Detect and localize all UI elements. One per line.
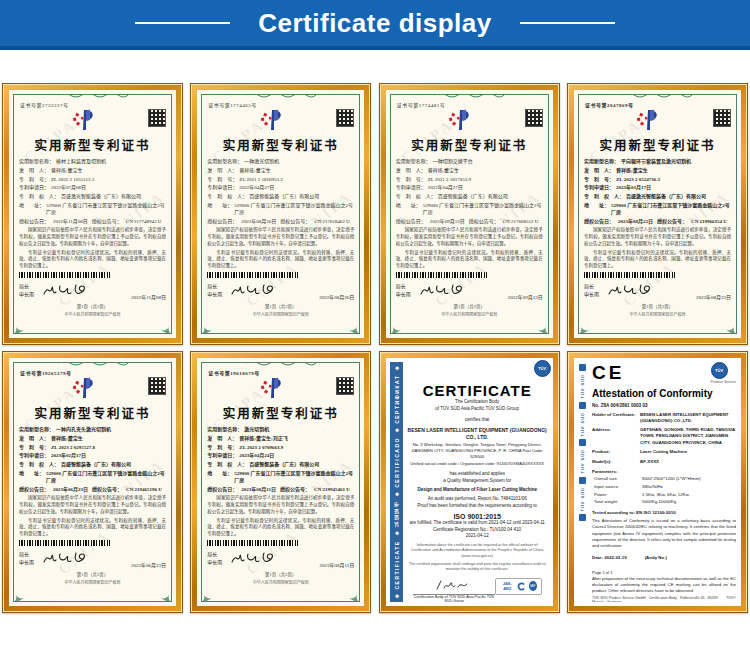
grant-no: CN 217748943 U (126, 218, 162, 226)
patent-certificate-card[interactable]: CNIPA CNIPA CNIPA 证书号第1774465号 (190, 83, 371, 345)
patent-inner-border: CNIPA CNIPA CNIPA 证书号第2733227号 (13, 94, 172, 334)
patent-field: 地 址：529000 广东省江门市蓬江区棠下镇沙富路金瓯山之2号厂房 (207, 470, 354, 485)
patent-field-label: 地 址： (207, 202, 232, 217)
tuv-band-square (579, 514, 586, 521)
commissioner-signature-icon (40, 280, 92, 300)
patent-field-label: 发 明 人： (19, 435, 49, 442)
grant-no: CN 217618462 U (314, 218, 350, 226)
commissioner-signature-icon (40, 548, 92, 568)
company-address: No. 3 Workshop, Getshan, Gonghe, Tangxia… (407, 442, 548, 460)
patent-field: 实用新型名称：棒材上料装置及切割机 (19, 158, 166, 165)
ce-field-value: BF-XXXX (640, 459, 736, 465)
signature-date: 2023年06月23日 (131, 561, 166, 568)
patent-field: 专利申请日：2023年02月17日 (19, 452, 166, 459)
ce-mark-icon: CE (592, 362, 624, 384)
corner-flourish-icon (390, 321, 403, 334)
ce-parameter-value: 8000*2500*1200 (L*W*H/mm) (642, 476, 736, 482)
patent-field-label: 专 利 号： (207, 444, 237, 451)
corner-flourish-icon (13, 321, 26, 334)
qms-line: a Quality Management System for (407, 478, 548, 485)
patent-field: 发 明 人：曾祥练;董宝生 (584, 167, 731, 174)
patent-field-label: 专 利 权 人： (396, 193, 436, 200)
issuer-note: 中华人民共和国国家知识产权局 (584, 311, 731, 317)
patent-field: 实用新型名称：一种内孔夹头激光切割机 (19, 426, 166, 433)
ce-parameter: Input source380v/50Hz (592, 484, 736, 490)
corner-flourish-icon (201, 321, 214, 334)
page-note: 第1页（共2页） (207, 303, 354, 309)
ce-field-label: Address: (592, 427, 640, 445)
certificate-paper: CNIPA CNIPA CNIPA 证书号第1774465号 (197, 90, 364, 338)
patent-field-label: 专利申请日： (396, 184, 426, 191)
ce-field-label: Model(s): (592, 459, 640, 465)
ce-field-label: Holder of Certificate: (592, 412, 640, 424)
patent-field: 地 址：529000 广东省江门市蓬江区棠下镇沙富路金瓯山之2号厂房 (19, 202, 166, 217)
legal-paragraph: 国家知识产权局依照中华人民共和国专利法进行初步审查，决定授予专利权，颁发实用新型… (19, 495, 166, 515)
certificate-paper: ZERTIFIKAT ◆ CERTIFICATE ◆ 认证证书 ◆ CERTIF… (386, 358, 553, 606)
patent-field-value: 百盛激光智能装备（广东）有限公司 (626, 193, 731, 200)
grant-no-label: 授权公告号： (92, 486, 122, 494)
patent-field: 专 利 权 人：百盛激光智能装备（广东）有限公司 (584, 193, 731, 200)
signature-caption: Certification Body of TÜV SÜD Asia Pacif… (413, 594, 496, 602)
grant-no-label: 授权公告号： (280, 218, 310, 226)
date-note: (Andy No.) (645, 555, 667, 560)
patent-title: 实用新型专利证书 (207, 135, 354, 154)
patent-field-label: 实用新型名称： (207, 158, 242, 165)
issuer-note: 中华人民共和国国家知识产权局 (19, 311, 166, 317)
grant-line: 授权公告日：2023年06月23日 授权公告号：CN 219465196 U (19, 486, 166, 494)
tuv-sub-label: Product Service (711, 380, 736, 384)
patent-title: 实用新型专利证书 (396, 135, 543, 154)
vine-ornament-icon (622, 94, 692, 98)
ce-parameter-value: 1.5Kw, 3Kw, 6Kw, 12Kw (642, 492, 736, 498)
patent-field: 实用新型名称：一种切割交换平台 (396, 158, 543, 165)
certificate-number: 证书号第1774481号 (397, 101, 543, 108)
certificate-paper: TÜV SÜD TÜV SÜD TÜV SÜD TÜV SÜD CE TÜV P… (574, 358, 741, 606)
grant-no: CN 217668552 U (503, 218, 539, 226)
vine-ornament-icon (58, 94, 128, 98)
signer-labels: 局长 申长雨 (19, 551, 34, 568)
barcode (19, 272, 110, 278)
patent-field-value: 曾祥练;董宝生 (428, 167, 543, 174)
patent-fields: 实用新型名称：一种内孔夹头激光切割机发 明 人：曾祥练;董宝生专 利 号：ZL … (19, 426, 166, 484)
grant-no: CN 219465196 U (126, 486, 162, 494)
corner-flourish-icon (347, 321, 360, 334)
legal-paragraphs: 国家知识产权局依照中华人民共和国专利法进行初步审查，决定授予专利权，颁发实用新型… (396, 227, 543, 270)
ce-rows: Holder of Certificate:BESEN LASER INTELL… (592, 412, 736, 466)
patent-field: 地 址：529000 广东省江门市蓬江区棠下镇沙富路金瓯山之2号厂房 (207, 202, 354, 217)
ce-field-value: Laser Cutting Machine (640, 449, 736, 455)
jas-swirl-icon (517, 581, 526, 592)
patent-field-value: ZL 2023 2 0295527.8 (51, 444, 166, 451)
grant-line: 授权公告日：2022年08月26日 授权公告号：CN 217618462 U (207, 218, 354, 226)
logo-row (207, 109, 354, 133)
signer-name: 申长雨 (207, 559, 222, 568)
page-note: 第1页（共2页） (19, 571, 166, 577)
parameters-heading-row: Parameters: (592, 469, 736, 475)
issuer-note: 中华人民共和国国家知识产权局 (19, 579, 166, 585)
ce-parameter-value: 380v/50Hz (642, 484, 736, 490)
patent-field: 地 址：529000 广东省江门市蓬江区棠下镇沙富路金瓯山之2号厂房 (584, 202, 731, 217)
grant-date-label: 授权公告日： (19, 486, 49, 494)
patent-field-value: 百盛智能装备（广东）有限公司 (438, 193, 543, 200)
qr-code (525, 109, 543, 127)
patent-certificate-card[interactable]: CNIPA CNIPA CNIPA 证书号第2047869号 (567, 83, 748, 345)
ce-certificate-card[interactable]: TÜV SÜD TÜV SÜD TÜV SÜD TÜV SÜD CE TÜV P… (567, 351, 748, 613)
patent-certificate-card[interactable]: CNIPA CNIPA CNIPA 证书号第1774481号 (379, 83, 560, 345)
issuer-note: 中华人民共和国国家知识产权局 (396, 311, 543, 317)
grant-no-label: 授权公告号： (657, 218, 687, 226)
certificate-row-1: CNIPA CNIPA CNIPA 证书号第2733227号 (2, 83, 748, 345)
iso-certificate-card[interactable]: ZERTIFIKAT ◆ CERTIFICATE ◆ 认证证书 ◆ CERTIF… (379, 351, 560, 613)
signer-name: 申长雨 (19, 291, 34, 300)
accreditation-marks: JAS-ANZ IAF (495, 578, 541, 595)
commissioner-signature-icon (417, 280, 469, 300)
logo-row (19, 109, 166, 133)
logo-row (584, 109, 731, 133)
tuv-band-square (579, 402, 586, 409)
top-ornament (202, 362, 359, 366)
patent-certificate-card[interactable]: CNIPA CNIPA CNIPA 证书号第2733227号 (2, 83, 183, 345)
patent-field-value: 曾祥练;董宝生 (239, 167, 354, 174)
patent-certificate-card[interactable]: CNIPA CNIPA CNIPA 证书号第19265179号 (2, 351, 183, 613)
closing-paragraph: After preparation of the necessary techn… (592, 576, 736, 594)
patent-certificate-card[interactable]: CNIPA CNIPA CNIPA 证书号第19618679号 (190, 351, 371, 613)
cnipa-logo-icon (69, 377, 99, 399)
grant-date: 2022年08月26日 (241, 218, 276, 226)
patent-field-label: 发 明 人： (207, 167, 237, 174)
